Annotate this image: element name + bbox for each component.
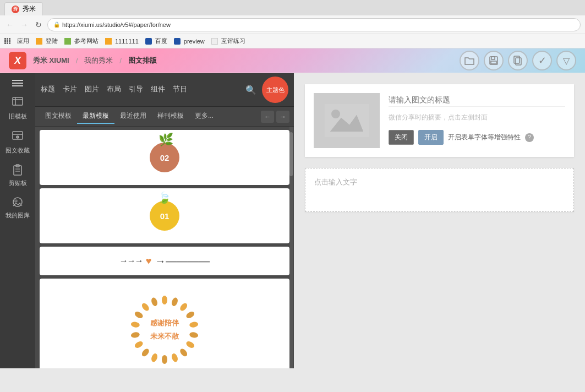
- cover-image[interactable]: [314, 93, 380, 148]
- scroll-track: [289, 127, 293, 368]
- toolbar-tab-component[interactable]: 组件: [151, 84, 165, 95]
- bookmark-apps[interactable]: [4, 38, 10, 44]
- cover-area: 微信分享时的摘要，点击左侧封面 关闭 开启 开启表单字体等增强特性 ?: [305, 84, 574, 157]
- toggle-on-button[interactable]: 开启: [418, 130, 444, 145]
- svg-point-29: [150, 352, 158, 362]
- copy-button[interactable]: [508, 51, 528, 70]
- clipboard-icon: [12, 164, 23, 177]
- svg-rect-37: [325, 104, 369, 137]
- template-item-2[interactable]: 🍃 01: [40, 188, 289, 243]
- apple-circle: 01: [150, 201, 179, 231]
- svg-rect-2: [491, 61, 496, 64]
- templates-list: 🌿 02 🍃 01 →→→ ♥ →————: [35, 127, 294, 368]
- svg-rect-5: [13, 97, 23, 105]
- scroll-thumb[interactable]: [289, 132, 293, 176]
- tab-label: 秀米: [23, 4, 36, 14]
- back-button[interactable]: ←: [4, 19, 15, 30]
- logo-text: X: [14, 55, 21, 67]
- left-arrows: →→→: [119, 256, 143, 266]
- sidebar-item-menu[interactable]: [2, 75, 33, 91]
- browser-nav: ← → ↻ 🔒 https://xiumi.us/studio/v5#/pape…: [0, 15, 585, 34]
- apple-leaf: 🍃: [157, 191, 171, 204]
- browser-chrome: 秀 秀米 ← → ↻ 🔒 https://xiumi.us/studio/v5#…: [0, 0, 585, 49]
- template-item-1[interactable]: 🌿 02: [40, 130, 289, 185]
- sub-tab-more[interactable]: 更多...: [189, 109, 219, 124]
- sub-toolbar: 图文模板 最新模板 最近使用 样刊模板 更多... ← →: [35, 107, 294, 127]
- sub-tab-latest[interactable]: 最新模板: [77, 109, 114, 124]
- toggle-desc: 开启表单字体等增强特性: [448, 133, 521, 142]
- check-button[interactable]: ✓: [532, 51, 552, 70]
- template-item-3[interactable]: →→→ ♥ →————: [40, 247, 289, 275]
- header-actions: ✓ ▽: [460, 51, 576, 70]
- breadcrumb-item1[interactable]: 我的秀米: [84, 56, 113, 66]
- svg-point-33: [130, 321, 140, 328]
- app-logo[interactable]: X: [9, 52, 26, 69]
- bookmark-login[interactable]: 登陆: [36, 37, 58, 45]
- expand-button[interactable]: ▽: [556, 51, 576, 70]
- toolbar-tab-image[interactable]: 图片: [85, 84, 99, 95]
- svg-point-30: [140, 347, 150, 358]
- bookmark-review[interactable]: 互评练习: [211, 37, 245, 45]
- sidebar-item-old-template[interactable]: 旧模板: [2, 91, 33, 125]
- cover-title-input[interactable]: [389, 93, 565, 107]
- sidebar-item-my-image[interactable]: 我的图库: [2, 192, 33, 224]
- toggle-off-button[interactable]: 关闭: [389, 130, 414, 145]
- toggle-row: 关闭 开启 开启表单字体等增强特性 ?: [389, 130, 565, 145]
- nav-arrows: ← →: [261, 111, 289, 123]
- theme-color-label: 主题色: [266, 86, 285, 94]
- bookmark-preview[interactable]: preview: [174, 38, 205, 45]
- tab-bar: 秀 秀米: [0, 0, 585, 15]
- bookmark-baidu[interactable]: 百度: [145, 37, 167, 45]
- toolbar-tab-holiday[interactable]: 节日: [173, 84, 187, 95]
- forward-button[interactable]: →: [19, 19, 30, 30]
- save-button[interactable]: [484, 51, 504, 70]
- bookmark-apply[interactable]: 应用: [17, 37, 29, 45]
- svg-point-22: [185, 310, 195, 319]
- folder-button[interactable]: [460, 51, 479, 70]
- breadcrumb-sep2: /: [119, 57, 122, 65]
- right-arrow: →————: [155, 255, 210, 268]
- svg-rect-3: [516, 58, 521, 65]
- template-item-4[interactable]: 感谢陪伴 未来不散: [40, 279, 289, 368]
- search-icon[interactable]: 🔍: [245, 85, 256, 95]
- nav-next-button[interactable]: →: [276, 111, 289, 123]
- toolbar-tab-layout[interactable]: 布局: [107, 84, 121, 95]
- app-header: X 秀米 XIUMI / 我的秀米 / 图文排版 ✓ ▽: [0, 48, 585, 73]
- svg-point-26: [179, 347, 189, 358]
- sub-tab-recent[interactable]: 最近使用: [114, 109, 152, 124]
- svg-point-25: [185, 340, 195, 349]
- hamburger-icon: [12, 80, 23, 86]
- refresh-button[interactable]: ↻: [33, 19, 44, 30]
- content-panel: 标题 卡片 图片 布局 引导 组件 节日 🔍 主题色 图文模板 最新模板 最近使…: [35, 73, 294, 368]
- cover-fields: 微信分享时的摘要，点击左侧封面 关闭 开启 开启表单字体等增强特性 ?: [389, 93, 565, 148]
- bookmark-login-label: 登陆: [46, 37, 58, 45]
- svg-point-23: [189, 321, 198, 328]
- nav-prev-button[interactable]: ←: [261, 111, 274, 123]
- sidebar-old-template-label: 旧模板: [9, 112, 27, 121]
- wreath-content: 感谢陪伴 未来不散: [126, 291, 203, 368]
- main-layout: X 秀米 XIUMI / 我的秀米 / 图文排版 ✓ ▽: [0, 49, 585, 368]
- toolbar-tab-title[interactable]: 标题: [41, 84, 55, 95]
- info-button[interactable]: ?: [525, 133, 534, 142]
- svg-rect-1: [491, 57, 495, 59]
- sidebar-image-collection-label: 图文收藏: [6, 146, 30, 155]
- breadcrumb-item2[interactable]: 图文排版: [128, 56, 157, 66]
- toolbar-tab-card[interactable]: 卡片: [63, 84, 77, 95]
- sidebar-item-image-collection[interactable]: 图文收藏: [2, 125, 33, 159]
- sub-tab-journal[interactable]: 样刊模板: [152, 109, 189, 124]
- sidebar-my-image-label: 我的图库: [6, 211, 30, 220]
- sidebar-item-clipboard[interactable]: 剪贴板: [2, 159, 33, 192]
- bookmark-num[interactable]: 1111111: [105, 38, 139, 45]
- svg-point-36: [150, 297, 158, 307]
- toolbar-tab-guide[interactable]: 引导: [129, 84, 143, 95]
- peach-circle: 02: [150, 143, 179, 172]
- bookmark-ref[interactable]: 参考网站: [64, 37, 99, 45]
- main-toolbar: 标题 卡片 图片 布局 引导 组件 节日 🔍 主题色: [35, 73, 294, 107]
- address-bar[interactable]: 🔒 https://xiumi.us/studio/v5#/paper/for/…: [47, 18, 581, 31]
- bookmark-num-label: 1111111: [115, 38, 139, 45]
- sidebar-clipboard-label: 剪贴板: [9, 179, 27, 187]
- sub-tab-template[interactable]: 图文模板: [40, 109, 77, 124]
- browser-tab[interactable]: 秀 秀米: [4, 2, 43, 15]
- theme-color-button[interactable]: 主题色: [262, 77, 288, 103]
- content-area[interactable]: 点击输入文字: [305, 168, 574, 212]
